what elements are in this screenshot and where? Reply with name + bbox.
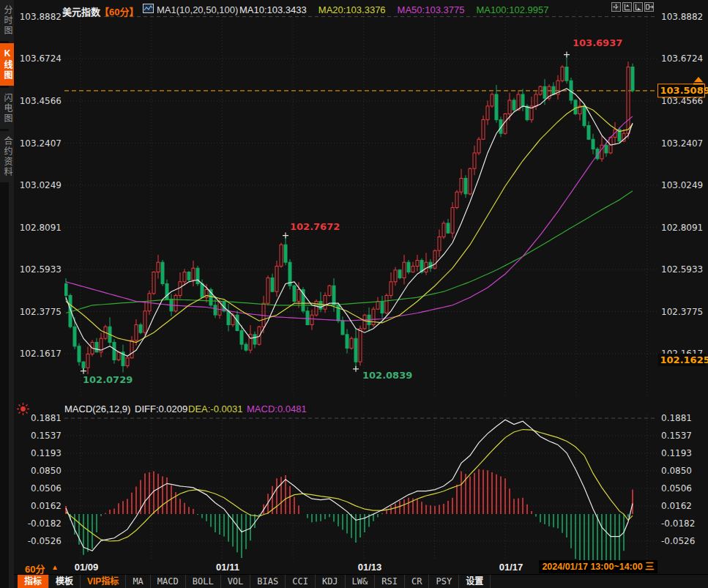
pan-right-icon[interactable]: [645, 3, 654, 12]
symbol-name: 美元指数: [62, 4, 100, 18]
toolbar-item-rsi[interactable]: RSI: [375, 575, 405, 588]
svg-text:103.8882: 103.8882: [661, 12, 703, 22]
svg-text:103.0249: 103.0249: [20, 180, 62, 190]
macd-value: MACD:0.0481: [247, 403, 307, 414]
svg-text:102.3775: 102.3775: [20, 307, 62, 317]
svg-text:103.0249: 103.0249: [661, 180, 703, 190]
toolbar-item-lw&[interactable]: LW&: [346, 575, 376, 588]
toolbar-item-cci[interactable]: CCI: [286, 575, 316, 588]
toolbar-item-macd[interactable]: MACD: [151, 575, 186, 588]
price-up-arrow-icon: [694, 77, 703, 82]
toolbar-item-cr[interactable]: CR: [405, 575, 429, 588]
svg-text:0.0162: 0.0162: [31, 501, 62, 511]
ma-value-2: MA50:103.3775: [398, 4, 465, 15]
svg-text:103.8882: 103.8882: [20, 12, 62, 22]
sidebar-tab-2[interactable]: 闪电图: [0, 88, 14, 129]
svg-text:103.5089: 103.5089: [660, 85, 708, 96]
toolbar-item-bias[interactable]: BIAS: [250, 575, 286, 588]
chart-type-sidebar: 分时图K线图闪电图合约资料: [0, 0, 14, 588]
svg-text:0.1537: 0.1537: [661, 431, 692, 441]
toolbar-item-模板[interactable]: 模板: [49, 575, 81, 588]
svg-text:102.0729: 102.0729: [83, 374, 133, 385]
sidebar-tab-1[interactable]: K线图: [0, 43, 14, 86]
toolbar-item-指标[interactable]: 指标: [18, 575, 49, 588]
svg-text:0.1881: 0.1881: [31, 413, 62, 423]
sidebar-tab-3[interactable]: 合约资料: [0, 131, 14, 182]
svg-text:102.1617: 102.1617: [20, 349, 62, 359]
svg-text:103.6937: 103.6937: [573, 37, 622, 48]
svg-text:-0.0526: -0.0526: [661, 536, 695, 546]
crosshair-icon[interactable]: [612, 3, 621, 12]
live-burst-icon: [16, 402, 30, 416]
svg-text:102.1625: 102.1625: [660, 354, 708, 365]
svg-text:103.4566: 103.4566: [20, 96, 62, 106]
trading-app-window: 分时图K线图闪电图合约资料 103.6937102.7672102.083910…: [0, 0, 708, 588]
x-axis-row: 60分 ▲ 01/09 01/11 01/13 01/17 2024/01/17…: [0, 559, 708, 574]
svg-text:103.2407: 103.2407: [20, 138, 62, 149]
diff-line: [66, 420, 633, 551]
svg-text:102.0839: 102.0839: [362, 370, 412, 381]
ma-value-1: MA20:103.3376: [318, 4, 386, 15]
kline-macd-chart[interactable]: 103.6937102.7672102.0839102.0729103.8882…: [0, 0, 708, 588]
y-axis-labels: 103.8882103.8882103.6724103.6724103.4566…: [20, 12, 704, 546]
svg-text:-0.0526: -0.0526: [28, 536, 62, 546]
ma-lines: [66, 89, 633, 356]
macd-diff-value: DIFF:0.0209: [135, 403, 187, 414]
svg-text:0.1193: 0.1193: [661, 448, 692, 458]
svg-text:0.0850: 0.0850: [661, 466, 692, 476]
svg-text:102.8091: 102.8091: [661, 223, 703, 233]
ma10-line: [66, 89, 633, 356]
svg-text:102.3775: 102.3775: [661, 307, 703, 317]
chart-toolbar-icons: [611, 2, 655, 12]
svg-text:103.6724: 103.6724: [20, 53, 62, 64]
x-label-0109: 01/09: [75, 562, 99, 573]
chevron-up-icon[interactable]: ▲: [51, 563, 59, 571]
ma50-line: [66, 116, 633, 321]
period-label: 【60分】: [100, 4, 138, 18]
svg-text:-0.0182: -0.0182: [661, 518, 695, 529]
svg-text:102.7672: 102.7672: [290, 221, 340, 232]
svg-text:0.0162: 0.0162: [661, 501, 692, 511]
x-label-0111: 01/11: [216, 562, 239, 573]
price-annotations: 103.6937102.7672102.0839102.0729: [81, 37, 622, 385]
toolbar-item-kdj[interactable]: KDJ: [316, 575, 346, 588]
line-chart-icon[interactable]: [143, 4, 154, 13]
sidebar-tab-0[interactable]: 分时图: [0, 0, 14, 41]
toolbar-item-vol[interactable]: VOL: [221, 575, 251, 588]
svg-text:102.8091: 102.8091: [20, 223, 62, 233]
selected-bar-datetime: 2024/01/17 13:00~14:00 三: [539, 560, 657, 573]
svg-text:102.5933: 102.5933: [661, 264, 703, 275]
toolbar-item-ma[interactable]: MA: [126, 575, 150, 588]
indicator-toolbar: 指标模板VIP指标MAMACDBOLLVOLBIASCCIKDJLW&RSICR…: [14, 574, 708, 588]
toolbar-item-vip指标[interactable]: VIP指标: [81, 575, 126, 588]
macd-dea-value: DEA:-0.0031: [188, 403, 242, 414]
macd-lines: [66, 420, 633, 551]
svg-text:-0.0182: -0.0182: [28, 518, 62, 529]
dea-line: [66, 430, 633, 542]
toolbar-item-psy[interactable]: PSY: [429, 575, 459, 588]
toolbar-item-设置[interactable]: 设置: [459, 575, 491, 588]
svg-text:103.6724: 103.6724: [661, 53, 703, 64]
x-label-0117: 01/17: [499, 562, 523, 573]
ma-value-3: MA100:102.9957: [476, 4, 548, 15]
svg-text:103.2407: 103.2407: [661, 138, 703, 149]
svg-text:0.1193: 0.1193: [31, 448, 62, 458]
toolbar-item-boll[interactable]: BOLL: [186, 575, 221, 588]
svg-text:0.1537: 0.1537: [31, 431, 62, 441]
svg-text:0.1881: 0.1881: [661, 413, 692, 423]
x-label-0113: 01/13: [358, 562, 382, 573]
svg-text:0.0850: 0.0850: [31, 466, 62, 476]
macd-params-label: MACD(26,12,9): [64, 403, 130, 414]
svg-text:102.5933: 102.5933: [20, 264, 62, 275]
ma-group-label: MA1(10,20,50,100): [157, 4, 238, 15]
ma-values: MA10:103.3433MA20:103.3376MA50:103.3775M…: [239, 4, 560, 15]
svg-text:0.0506: 0.0506: [31, 483, 62, 494]
scale-y-axis-icon[interactable]: [623, 3, 632, 12]
session-low-badge: 102.1625: [658, 354, 708, 366]
ma-value-0: MA10:103.3433: [239, 4, 307, 15]
current-price-badge: 103.5089: [658, 77, 708, 97]
scale-x-axis-icon[interactable]: [634, 3, 643, 12]
svg-text:0.0506: 0.0506: [661, 483, 692, 494]
